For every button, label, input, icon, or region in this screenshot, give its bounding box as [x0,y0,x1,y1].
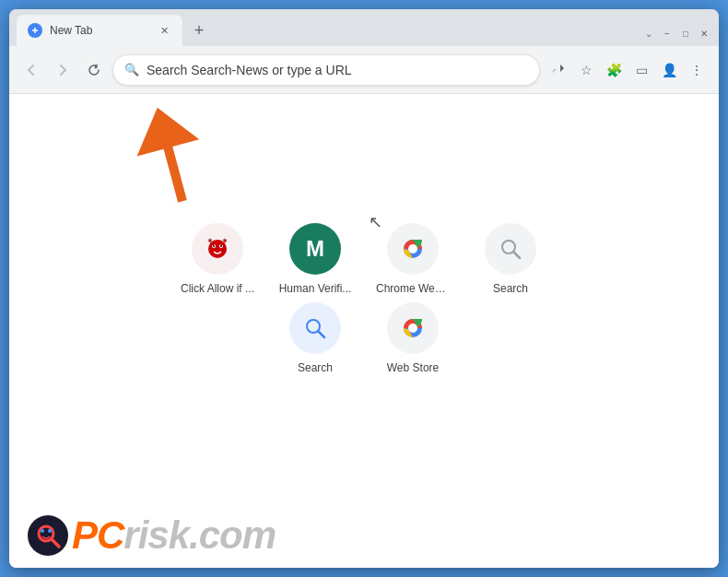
shortcut-icon-chrome-web [387,223,439,275]
forward-button[interactable] [50,57,76,83]
shortcut-label-human-verif: Human Verifi... [279,282,352,295]
close-button[interactable]: ✕ [697,26,711,41]
search-icon: 🔍 [124,63,139,77]
tab-close-button[interactable]: ✕ [157,23,171,38]
profile-icon[interactable]: 👤 [656,57,682,83]
toolbar: 🔍 ☆ 🧩 ▭ 👤 ⋮ [9,46,719,94]
back-button[interactable] [18,57,44,83]
share-icon[interactable] [546,57,571,83]
browser-window: New Tab ✕ + ⌄ − □ ✕ 🔍 [9,9,719,568]
shortcut-label-search1: Search [493,282,528,295]
tab-strip: New Tab ✕ + [17,15,641,46]
pcrisk-logo-text: PCrisk.com [72,513,276,558]
shortcut-icon-web-store [387,302,439,354]
svg-line-14 [513,252,520,258]
shortcut-search2[interactable]: Search [274,302,357,374]
shortcut-label-click-allow: Click Allow if ... [181,282,254,295]
tab-title: New Tab [50,24,149,37]
svg-point-8 [208,239,212,242]
address-bar[interactable]: 🔍 [112,54,540,86]
maximize-button[interactable]: □ [678,26,693,41]
shortcut-icon-search1 [485,223,536,275]
shortcut-icon-bug [192,223,243,275]
extensions-icon[interactable]: 🧩 [601,57,627,83]
svg-line-16 [318,331,324,337]
reload-button[interactable] [81,57,107,83]
orange-arrow [120,101,240,207]
svg-point-9 [223,239,227,242]
svg-point-23 [48,529,52,533]
shortcut-icon-m: M [289,223,341,275]
shortcut-icon-search2 [289,302,341,354]
title-bar: New Tab ✕ + ⌄ − □ ✕ [9,9,719,46]
bookmark-icon[interactable]: ☆ [573,57,599,83]
svg-line-21 [52,539,59,547]
address-input[interactable] [147,63,528,77]
active-tab[interactable]: New Tab ✕ [17,15,182,46]
toolbar-actions: ☆ 🧩 ▭ 👤 ⋮ [546,57,710,83]
sidebar-icon[interactable]: ▭ [628,57,654,83]
shortcut-human-verif[interactable]: M Human Verifi... [274,223,357,295]
cursor-indicator: ↖ [369,212,382,232]
collapse-button[interactable]: ⌄ [641,26,656,41]
minimize-button[interactable]: − [660,26,675,41]
svg-point-12 [408,244,417,253]
shortcuts-row2: Search Web Store [274,302,454,374]
shortcut-label-web-store: Web Store [387,361,439,374]
shortcut-search1[interactable]: Search [469,223,552,295]
tab-favicon [28,23,42,38]
page-content: ↖ Cli [9,94,719,568]
shortcut-label-chrome-web: Chrome Web ... [376,282,450,295]
new-tab-button[interactable]: + [186,18,212,43]
pcrisk-logo-icon [28,515,68,556]
menu-icon[interactable]: ⋮ [684,57,710,83]
svg-point-19 [408,324,417,333]
svg-point-22 [41,529,44,533]
shortcut-chrome-web[interactable]: Chrome Web ... [371,223,454,295]
shortcut-label-search2: Search [298,361,333,374]
shortcuts-row1: Click Allow if ... M Human Verifi... [176,223,552,295]
svg-marker-2 [126,101,214,207]
watermark-logo: PCrisk.com [28,513,276,558]
logo-pc: PC [72,513,123,557]
watermark: PCrisk.com [9,503,719,568]
shortcut-click-allow[interactable]: Click Allow if ... [176,223,259,295]
logo-risk: risk.com [123,513,276,557]
window-controls: ⌄ − □ ✕ [641,26,711,41]
shortcut-web-store[interactable]: Web Store [371,302,454,374]
